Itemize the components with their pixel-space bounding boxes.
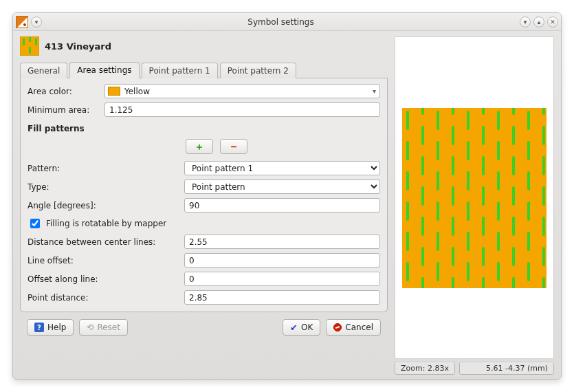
dialog-buttonbar: ? Help ⟲ Reset ✔ OK Cancel xyxy=(20,316,388,341)
distance-input[interactable] xyxy=(184,235,380,249)
symbol-settings-dialog: ▾ Symbol settings ▾ ▴ ✕ 413 Vineyard Ge xyxy=(12,12,562,380)
color-swatch-icon xyxy=(108,87,120,96)
symbol-icon xyxy=(20,36,39,56)
coords-status: 5.61 -4.37 (mm) xyxy=(459,362,554,375)
titlebar: ▾ Symbol settings ▾ ▴ ✕ xyxy=(13,13,561,31)
point-distance-input[interactable] xyxy=(184,290,380,305)
tabs: General Area settings Point pattern 1 Po… xyxy=(20,61,388,78)
tab-point-pattern-2[interactable]: Point pattern 2 xyxy=(220,63,296,78)
help-button-label: Help xyxy=(47,323,66,332)
reset-button[interactable]: ⟲ Reset xyxy=(79,319,128,336)
ok-button-label: OK xyxy=(301,323,313,332)
offset-along-input[interactable] xyxy=(184,272,380,286)
close-icon[interactable]: ✕ xyxy=(547,17,558,28)
menu-icon[interactable]: ▾ xyxy=(31,17,42,28)
plus-icon: ＋ xyxy=(195,142,204,151)
pattern-select[interactable]: Point pattern 1 xyxy=(184,161,380,175)
type-select[interactable]: Point pattern xyxy=(184,179,380,194)
offset-along-label: Offset along line: xyxy=(27,274,179,284)
ok-button[interactable]: ✔ OK xyxy=(283,319,320,336)
maximize-icon[interactable]: ▴ xyxy=(533,17,544,28)
cancel-icon xyxy=(333,323,342,331)
line-offset-input[interactable] xyxy=(184,253,380,268)
minimum-area-label: Minimum area: xyxy=(27,105,99,115)
tab-general[interactable]: General xyxy=(20,63,67,78)
area-color-label: Area color: xyxy=(27,87,99,96)
area-settings-panel: Area color: Yellow Minimum area: Fill pa… xyxy=(20,78,388,312)
cancel-button-label: Cancel xyxy=(345,323,373,332)
point-distance-label: Point distance: xyxy=(27,293,179,303)
area-color-select[interactable]: Yellow xyxy=(104,84,380,98)
preview-frame xyxy=(395,36,554,359)
fill-patterns-title: Fill patterns xyxy=(27,124,380,133)
angle-label: Angle [degrees]: xyxy=(27,201,179,210)
zoom-status: Zoom: 2.83x xyxy=(395,362,455,375)
rotatable-checkbox-row[interactable]: Filling is rotatable by mapper xyxy=(27,217,380,230)
minimum-area-input[interactable] xyxy=(104,102,380,117)
rotatable-label: Filling is rotatable by mapper xyxy=(46,219,166,228)
minimize-icon[interactable]: ▾ xyxy=(520,17,531,28)
ok-icon: ✔ xyxy=(290,323,298,333)
rotatable-checkbox[interactable] xyxy=(30,219,40,228)
add-pattern-button[interactable]: ＋ xyxy=(186,139,213,154)
type-label: Type: xyxy=(27,182,179,192)
symbol-preview[interactable] xyxy=(402,108,547,288)
tab-area-settings[interactable]: Area settings xyxy=(69,62,139,78)
angle-input[interactable] xyxy=(184,198,380,213)
line-offset-label: Line offset: xyxy=(27,256,179,265)
distance-label: Distance between center lines: xyxy=(27,237,179,247)
area-color-value: Yellow xyxy=(124,87,150,96)
cancel-button[interactable]: Cancel xyxy=(326,319,381,336)
tab-point-pattern-1[interactable]: Point pattern 1 xyxy=(142,63,218,78)
pattern-label: Pattern: xyxy=(27,164,179,173)
reset-button-label: Reset xyxy=(97,323,120,332)
minus-icon: － xyxy=(228,141,239,152)
help-icon: ? xyxy=(34,323,44,332)
app-icon xyxy=(16,16,28,28)
remove-pattern-button[interactable]: － xyxy=(220,139,247,154)
reset-icon: ⟲ xyxy=(87,323,93,332)
window-title: Symbol settings xyxy=(42,17,520,27)
symbol-title: 413 Vineyard xyxy=(45,41,111,52)
help-button[interactable]: ? Help xyxy=(27,319,74,336)
